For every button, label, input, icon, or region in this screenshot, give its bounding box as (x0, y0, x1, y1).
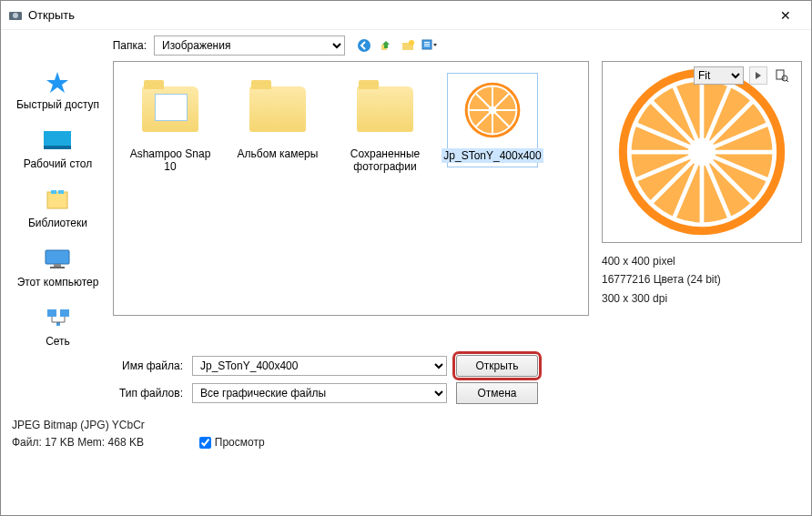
preview-checkbox-input[interactable] (199, 437, 211, 449)
svg-rect-20 (47, 309, 56, 317)
window-title: Открыть (28, 8, 767, 22)
svg-rect-7 (424, 44, 430, 45)
file-label: Jp_STonY_400x400 (442, 148, 543, 163)
svg-rect-6 (424, 42, 430, 43)
filetype-label: Тип файлов: (110, 387, 183, 400)
preview-panel: 400 x 400 pixel 16777216 Цвета (24 bit) … (602, 61, 802, 348)
preview-dimensions: 400 x 400 pixel (602, 252, 802, 270)
sidebar-item-label: Быстрый доступ (16, 98, 99, 111)
filename-label: Имя файла: (110, 359, 183, 372)
image-thumbnail (460, 77, 525, 143)
svg-rect-17 (46, 250, 69, 264)
folder-icon (245, 76, 310, 142)
sidebar-item-network[interactable]: Сеть (42, 305, 75, 348)
folder-select[interactable]: Изображения (154, 35, 345, 56)
sidebar-item-label: Рабочий стол (24, 157, 92, 170)
status-format: JPEG Bitmap (JPG) YCbCr (12, 417, 145, 434)
folder-icon (352, 76, 418, 142)
svg-rect-16 (58, 190, 64, 194)
file-label: Сохраненные фотографии (343, 147, 427, 173)
sidebar-item-desktop[interactable]: Рабочий стол (24, 127, 92, 170)
new-folder-icon[interactable] (400, 37, 416, 54)
preview-checkbox[interactable]: Просмотр (199, 434, 265, 451)
play-icon[interactable] (749, 66, 767, 85)
svg-rect-19 (50, 267, 65, 268)
sidebar-item-quick-access[interactable]: Быстрый доступ (16, 68, 99, 111)
desktop-icon (41, 127, 74, 155)
file-item-folder[interactable]: Сохраненные фотографии (340, 73, 431, 177)
svg-point-2 (358, 39, 370, 52)
svg-rect-9 (776, 70, 784, 79)
svg-rect-18 (54, 264, 61, 267)
views-icon[interactable] (421, 37, 438, 54)
svg-rect-21 (60, 309, 69, 317)
svg-point-30 (488, 106, 496, 114)
filename-input[interactable]: Jp_STonY_400x400 (192, 356, 447, 376)
file-item-image[interactable]: Jp_STonY_400x400 (447, 73, 538, 167)
magnify-icon[interactable] (773, 66, 791, 85)
back-icon[interactable] (356, 37, 372, 54)
preview-info: 400 x 400 pixel 16777216 Цвета (24 bit) … (602, 252, 802, 308)
svg-point-4 (409, 40, 414, 46)
file-label: Альбом камеры (238, 147, 319, 160)
libraries-icon (41, 187, 74, 214)
folder-icon (137, 76, 203, 142)
file-list[interactable]: Ashampoo Snap 10 Альбом камеры Сохраненн… (113, 61, 589, 316)
file-item-folder[interactable]: Ashampoo Snap 10 (125, 73, 216, 177)
app-icon (8, 8, 23, 23)
sidebar-item-label: Сеть (46, 335, 70, 348)
folder-label: Папка: (110, 39, 147, 52)
open-button[interactable]: Открыть (456, 355, 538, 377)
preview-colors: 16777216 Цвета (24 bit) (602, 270, 802, 288)
up-icon[interactable] (378, 37, 394, 54)
sidebar-item-label: Этот компьютер (17, 276, 99, 288)
svg-rect-8 (424, 46, 430, 46)
sidebar-item-label: Библиотеки (28, 217, 87, 229)
computer-icon (41, 246, 74, 273)
filetype-select[interactable]: Все графические файлы (192, 383, 447, 403)
sidebar-item-libraries[interactable]: Библиотеки (28, 187, 87, 229)
status-bar: JPEG Bitmap (JPG) YCbCr Файл: 17 KB Mem:… (1, 410, 811, 455)
star-icon (41, 68, 74, 96)
svg-rect-15 (51, 190, 56, 194)
preview-image (602, 61, 802, 243)
svg-point-42 (688, 138, 716, 166)
nav-icons (356, 37, 438, 54)
folder-row: Папка: Изображения (1, 30, 811, 61)
file-item-folder[interactable]: Альбом камеры (232, 73, 323, 164)
titlebar: Открыть ✕ (1, 1, 811, 30)
bottom-fields: Имя файла: Jp_STonY_400x400 Открыть Тип … (1, 348, 811, 404)
status-file-mem: Файл: 17 KB Mem: 468 KB (12, 434, 145, 451)
preview-controls: Fit (694, 66, 791, 85)
close-button[interactable]: ✕ (767, 3, 804, 28)
preview-dpi: 300 x 300 dpi (602, 289, 802, 308)
sidebar-item-this-pc[interactable]: Этот компьютер (17, 246, 99, 288)
cancel-button[interactable]: Отмена (456, 382, 538, 404)
places-sidebar: Быстрый доступ Рабочий стол Библиотеки Э… (10, 61, 106, 348)
svg-line-11 (787, 80, 788, 82)
file-label: Ashampoo Snap 10 (128, 147, 212, 173)
svg-rect-13 (44, 146, 71, 149)
fit-select[interactable]: Fit (694, 66, 744, 85)
network-icon (42, 305, 75, 332)
svg-rect-14 (47, 192, 67, 208)
svg-point-1 (13, 13, 18, 18)
